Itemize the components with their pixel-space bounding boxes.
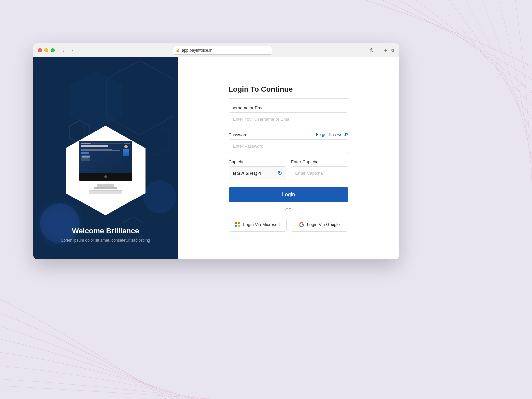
captcha-input[interactable]	[291, 166, 348, 180]
login-button[interactable]: Login	[229, 187, 348, 202]
social-buttons: Login Via Microsoft Login Via Google	[229, 218, 348, 232]
traffic-lights	[38, 48, 55, 52]
browser-chrome: ‹ › 🔒 app.payinvoice.in ⏱ ↑ + ⧉	[33, 43, 399, 57]
login-title: Login To Continue	[229, 85, 348, 99]
password-group: Password Forgot Password?	[229, 132, 348, 153]
main-hex-bg	[66, 126, 146, 215]
url-text: app.payinvoice.in	[182, 48, 212, 53]
microsoft-login-button[interactable]: Login Via Microsoft	[229, 218, 287, 232]
login-form: Login To Continue Username or Email Pass…	[229, 85, 348, 232]
microsoft-icon	[235, 222, 240, 227]
captcha-display-group: Captcha BSASHQ4 ↻	[229, 159, 286, 180]
new-tab-icon[interactable]: +	[384, 48, 387, 53]
browser-toolbar-right: ⏱ ↑ + ⧉	[369, 47, 394, 53]
history-icon[interactable]: ⏱	[369, 48, 374, 53]
password-label-row: Password Forgot Password?	[229, 132, 348, 137]
password-input[interactable]	[229, 139, 348, 153]
google-btn-label: Login Via Google	[307, 222, 340, 227]
password-label: Password	[229, 132, 248, 137]
google-login-button[interactable]: Login Via Google	[291, 218, 348, 232]
address-bar[interactable]: 🔒 app.payinvoice.in	[173, 46, 272, 55]
microsoft-btn-label: Login Via Microsoft	[243, 222, 280, 227]
google-icon	[299, 222, 304, 227]
right-panel: Login To Continue Username or Email Pass…	[178, 57, 399, 259]
captcha-row: Captcha BSASHQ4 ↻ Enter Captcha	[229, 159, 348, 180]
ms-yellow	[238, 225, 240, 227]
maximize-button[interactable]	[51, 48, 55, 52]
computer-screen	[79, 141, 132, 181]
nav-buttons: ‹ ›	[60, 47, 76, 54]
minimize-button[interactable]	[44, 48, 48, 52]
divider-line-right	[296, 210, 348, 210]
lock-icon: 🔒	[176, 48, 180, 52]
divider-line-left	[229, 210, 281, 210]
left-text: Welcome Brilliance Lorem ipsum dolor sit…	[61, 227, 150, 243]
welcome-title: Welcome Brilliance	[61, 227, 150, 235]
back-button[interactable]: ‹	[60, 47, 66, 54]
username-input[interactable]	[229, 112, 348, 126]
forgot-password-link[interactable]: Forgot Password?	[316, 132, 348, 137]
tabs-icon[interactable]: ⧉	[391, 47, 394, 53]
ms-blue	[235, 225, 237, 227]
captcha-value: BSASHQ4	[233, 170, 262, 176]
browser-content: Welcome Brilliance Lorem ipsum dolor sit…	[33, 57, 399, 259]
close-button[interactable]	[38, 48, 42, 52]
address-bar-container: 🔒 app.payinvoice.in	[76, 46, 369, 55]
or-divider: OR	[229, 207, 348, 212]
forward-button[interactable]: ›	[69, 47, 76, 54]
username-group: Username or Email	[229, 105, 348, 126]
captcha-display: BSASHQ4 ↻	[229, 166, 286, 180]
ms-red	[235, 222, 237, 224]
share-icon[interactable]: ↑	[378, 48, 380, 53]
captcha-label: Captcha	[229, 159, 286, 164]
username-label: Username or Email	[229, 105, 348, 110]
enter-captcha-label: Enter Captcha	[291, 159, 348, 164]
left-panel: Welcome Brilliance Lorem ipsum dolor sit…	[33, 57, 178, 259]
welcome-subtitle: Lorem ipsum dolor sit amet, consetetur s…	[61, 238, 150, 243]
main-hex-container	[63, 122, 149, 219]
captcha-input-group: Enter Captcha	[291, 159, 348, 180]
ms-green	[238, 222, 240, 224]
browser-window: ‹ › 🔒 app.payinvoice.in ⏱ ↑ + ⧉	[33, 43, 399, 259]
captcha-refresh-button[interactable]: ↻	[278, 170, 282, 176]
or-text: OR	[285, 207, 292, 212]
